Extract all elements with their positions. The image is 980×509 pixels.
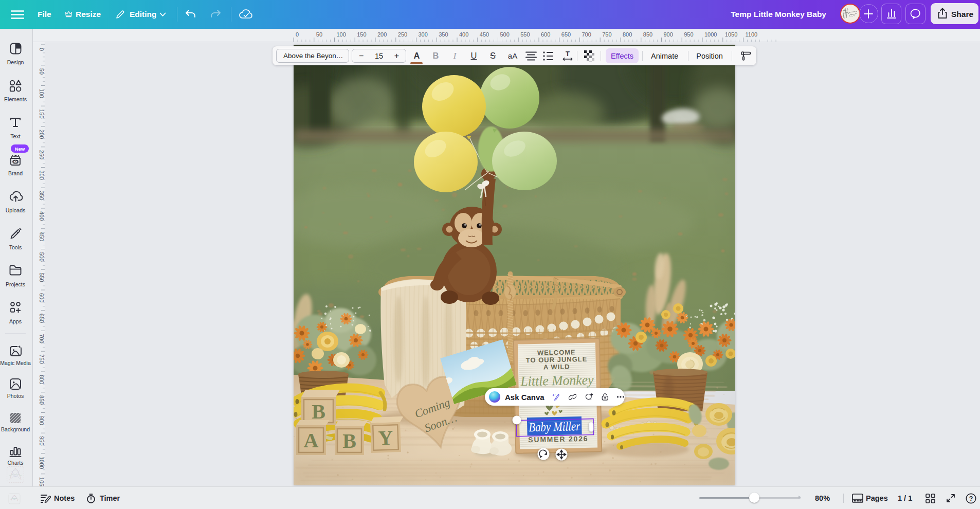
- svg-text:?: ?: [969, 495, 973, 502]
- svg-text:350: 350: [439, 31, 448, 38]
- svg-text:750: 750: [39, 354, 45, 363]
- svg-text:300: 300: [419, 31, 428, 38]
- svg-text:400: 400: [39, 211, 45, 221]
- svg-text:950: 950: [684, 31, 693, 38]
- svg-text:450: 450: [39, 232, 45, 241]
- svg-text:200: 200: [377, 31, 387, 38]
- svg-text:150: 150: [357, 31, 366, 38]
- svg-text:650: 650: [561, 31, 571, 38]
- svg-text:600: 600: [541, 31, 550, 38]
- svg-text:1050: 1050: [725, 31, 737, 38]
- svg-text:400: 400: [459, 31, 468, 38]
- svg-text:50: 50: [316, 31, 322, 38]
- svg-text:100: 100: [39, 89, 45, 98]
- svg-text:1000: 1000: [39, 457, 45, 469]
- svg-text:550: 550: [520, 31, 530, 38]
- svg-text:300: 300: [39, 171, 45, 180]
- svg-text:250: 250: [39, 150, 45, 159]
- svg-text:950: 950: [39, 436, 45, 445]
- svg-text:700: 700: [39, 334, 45, 343]
- svg-text:900: 900: [664, 31, 673, 38]
- svg-text:250: 250: [398, 31, 407, 38]
- svg-text:800: 800: [623, 31, 632, 38]
- svg-text:750: 750: [602, 31, 611, 38]
- svg-text:0: 0: [296, 31, 299, 38]
- svg-text:900: 900: [39, 416, 45, 425]
- svg-text:Baby Miller: Baby Miller: [529, 419, 580, 434]
- svg-text:850: 850: [643, 31, 652, 38]
- svg-text:700: 700: [582, 31, 591, 38]
- svg-text:200: 200: [39, 130, 45, 139]
- svg-text:150: 150: [39, 109, 45, 118]
- svg-text:650: 650: [39, 314, 45, 323]
- svg-text:800: 800: [39, 375, 45, 384]
- svg-text:1000: 1000: [704, 31, 717, 38]
- svg-text:0: 0: [39, 48, 45, 51]
- svg-text:600: 600: [39, 293, 45, 302]
- svg-text:850: 850: [39, 395, 45, 405]
- svg-text:550: 550: [39, 272, 45, 282]
- svg-text:450: 450: [480, 31, 489, 38]
- svg-text:500: 500: [500, 31, 510, 38]
- svg-text:350: 350: [39, 191, 45, 200]
- svg-text:100: 100: [337, 31, 346, 38]
- svg-text:500: 500: [39, 252, 45, 262]
- svg-text:1100: 1100: [746, 31, 758, 38]
